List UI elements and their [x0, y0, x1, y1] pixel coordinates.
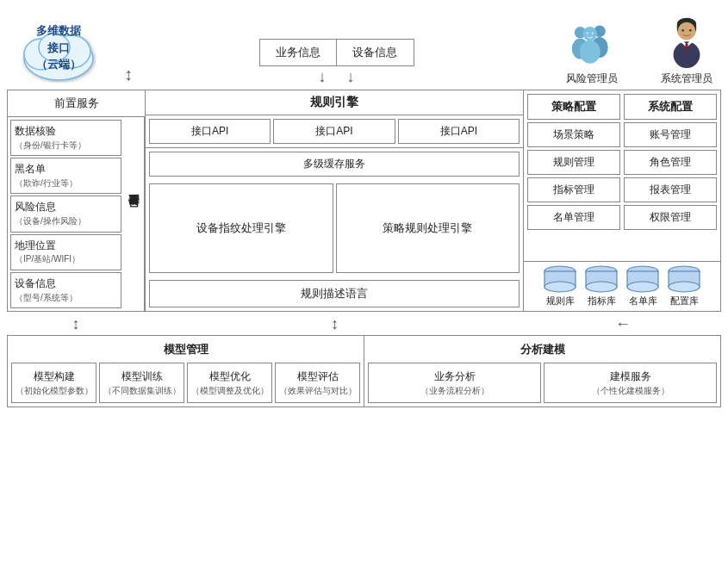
model-item-1: 模型构建 （初始化模型参数）: [11, 363, 96, 403]
model-item-4: 模型评估 （效果评估与对比）: [275, 363, 360, 403]
rules-db: 规则库: [541, 265, 579, 307]
list-item: 风险信息 （设备/操作风险）: [10, 196, 121, 232]
analysis-item-1: 业务分析 （业务流程分析）: [368, 363, 541, 403]
management-right-section: 策略配置 场景策略 规则管理 指标管理 名单管理 系统配置 账号管理 角色管理 …: [524, 90, 720, 311]
svg-point-16: [681, 29, 684, 32]
engines-row: 设备指纹 处理引擎 策略规则 处理引擎: [146, 180, 523, 276]
analysis-item-2: 建模服务 （个性化建模服务）: [544, 363, 717, 403]
main-arch-row: 前置服务 数据核验 （身份/银行卡等） 黑名单 （欺诈/行业等） 风险信息 （设…: [7, 90, 721, 312]
index-db-icon: [582, 265, 620, 293]
left-items-container: 数据核验 （身份/银行卡等） 黑名单 （欺诈/行业等） 风险信息 （设备/操作风…: [8, 117, 145, 311]
index-db-label: 指标库: [588, 295, 616, 307]
top-row: 多维数据接口 （云端） ↕ 业务信息 设备信息 ↓ ↓: [7, 9, 721, 86]
analysis-items-row: 业务分析 （业务流程分析） 建模服务 （个性化建模服务）: [368, 363, 717, 403]
left-bidirectional-arrow-icon: ↕: [7, 315, 145, 333]
data-interface-vertical-label: 数据分析接口: [124, 117, 145, 311]
list-item: 地理位置 （IP/基站/WIFI）: [10, 234, 121, 270]
left-services-section: 前置服务 数据核验 （身份/银行卡等） 黑名单 （欺诈/行业等） 风险信息 （设…: [8, 90, 146, 311]
svg-point-21: [544, 282, 576, 292]
mgmt-panels: 策略配置 场景策略 规则管理 指标管理 名单管理 系统配置 账号管理 角色管理 …: [524, 90, 720, 261]
between-row-arrows: ↕ ↕ ←: [7, 315, 721, 333]
model-management-section: 模型管理 模型构建 （初始化模型参数） 模型训练 （不同数据集训练） 模型优化 …: [8, 336, 364, 407]
strategy-item-3: 指标管理: [527, 177, 620, 202]
svg-point-27: [627, 282, 658, 292]
config-db-icon: [665, 265, 703, 293]
rules-db-label: 规则库: [546, 295, 575, 307]
model-item-3: 模型优化 （模型调整及优化）: [187, 363, 272, 403]
system-config-col: 系统配置 账号管理 角色管理 报表管理 权限管理: [624, 94, 717, 258]
system-manager-label: 系统管理员: [661, 71, 712, 86]
page-container: 多维数据接口 （云端） ↕ 业务信息 设备信息 ↓ ↓: [0, 0, 728, 416]
db-row: 规则库 指标库 名单库: [524, 261, 720, 311]
model-management-header: 模型管理: [11, 339, 360, 363]
analysis-modeling-header: 分析建模: [368, 339, 717, 363]
list-db-label: 名单库: [629, 295, 657, 307]
svg-point-10: [587, 32, 588, 34]
system-item-3: 报表管理: [624, 177, 717, 202]
api-box-1: 接口API: [149, 119, 271, 144]
info-boxes-section: 业务信息 设备信息 ↓ ↓: [138, 39, 535, 86]
data-items-list: 数据核验 （身份/银行卡等） 黑名单 （欺诈/行业等） 风险信息 （设备/操作风…: [8, 117, 124, 311]
svg-point-8: [583, 27, 598, 41]
api-row: 接口API 接口API 接口API: [146, 115, 523, 148]
svg-point-24: [586, 282, 617, 292]
info-boxes-row: 业务信息 设备信息: [259, 39, 414, 66]
api-box-3: 接口API: [398, 119, 520, 144]
cloud-arrow-icon: ↕: [124, 9, 133, 86]
model-items-row: 模型构建 （初始化模型参数） 模型训练 （不同数据集训练） 模型优化 （模型调整…: [11, 363, 360, 403]
list-item: 数据核验 （身份/银行卡等）: [10, 120, 121, 156]
svg-point-30: [669, 282, 700, 292]
svg-point-17: [689, 29, 692, 32]
strategy-engine-box: 策略规则 处理引擎: [336, 183, 520, 273]
list-db: 名单库: [624, 265, 662, 307]
rule-engine-header: 规则引擎: [146, 90, 523, 115]
svg-point-11: [592, 32, 594, 34]
rules-db-icon: [541, 265, 579, 293]
analysis-modeling-section: 分析建模 业务分析 （业务流程分析） 建模服务 （个性化建模服务）: [364, 336, 720, 407]
strategy-config-header: 策略配置: [527, 94, 620, 120]
system-item-1: 账号管理: [624, 122, 717, 147]
cloud-label: 多维数据接口 （云端）: [35, 22, 83, 73]
business-info-box: 业务信息: [259, 39, 337, 66]
strategy-item-4: 名单管理: [527, 205, 620, 230]
config-db: 配置库: [665, 265, 703, 307]
index-db: 指标库: [582, 265, 620, 307]
down-arrows: ↓ ↓: [319, 68, 355, 86]
list-item: 黑名单 （欺诈/行业等）: [10, 158, 121, 194]
system-manager-avatar-icon: [661, 16, 712, 68]
strategy-config-col: 策略配置 场景策略 规则管理 指标管理 名单管理: [527, 94, 620, 258]
bottom-row: 模型管理 模型构建 （初始化模型参数） 模型训练 （不同数据集训练） 模型优化 …: [7, 335, 721, 407]
device-info-box: 设备信息: [337, 39, 414, 66]
svg-point-9: [580, 40, 600, 64]
api-box-2: 接口API: [273, 119, 395, 144]
system-manager: 系统管理员: [652, 16, 721, 86]
list-item: 设备信息 （型号/系统等）: [10, 272, 121, 308]
cloud-section: 多维数据接口 （云端）: [7, 9, 110, 86]
strategy-item-2: 规则管理: [527, 150, 620, 175]
risk-manager-label: 风险管理员: [566, 71, 618, 86]
svg-point-15: [678, 22, 696, 40]
cache-service-box: 多级缓存服务: [149, 152, 520, 177]
admin-section: 风险管理员: [557, 16, 721, 86]
qianzhi-label: 前置服务: [8, 90, 145, 117]
risk-manager: 风险管理员: [557, 16, 626, 86]
system-item-2: 角色管理: [624, 150, 717, 175]
config-db-label: 配置库: [670, 295, 699, 307]
model-item-2: 模型训练 （不同数据集训练）: [99, 363, 184, 403]
rule-engine-section: 规则引擎 接口API 接口API 接口API 多级缓存服务 设备指纹 处理引擎 …: [146, 90, 524, 311]
right-left-arrow-icon: ←: [525, 315, 721, 333]
list-db-icon: [624, 265, 662, 293]
risk-manager-avatar-icon: [566, 16, 618, 68]
system-config-header: 系统配置: [624, 94, 717, 120]
center-bidirectional-arrow-icon: ↕: [145, 315, 525, 333]
strategy-item-1: 场景策略: [527, 122, 620, 147]
fingerprint-engine-box: 设备指纹 处理引擎: [149, 183, 333, 273]
system-item-4: 权限管理: [624, 205, 717, 230]
rule-desc-box: 规则描述语言: [149, 280, 520, 307]
